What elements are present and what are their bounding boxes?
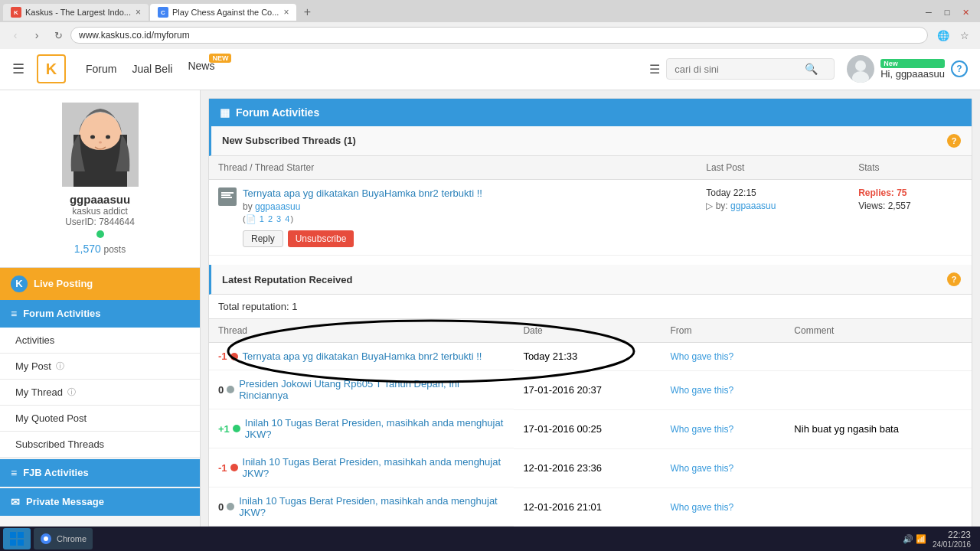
my-thread-label: My Thread <box>15 386 63 398</box>
rep-thread-link-1[interactable]: Presiden Jokowi Utang Rp605 T Tahun Depa… <box>239 378 505 401</box>
subscribed-threads-label: Subscribed Threads <box>15 439 104 450</box>
subscribed-help-button[interactable]: ? <box>947 134 961 148</box>
rep-thread-link-2[interactable]: Inilah 10 Tugas Berat Presiden, masihkah… <box>245 417 505 440</box>
posts-count: 1,570 <box>74 243 101 255</box>
address-bar[interactable]: www.kaskus.co.id/myforum <box>70 27 928 44</box>
new-badge: New <box>880 59 945 68</box>
user-greeting: Hi, ggpaaasuu <box>880 68 945 80</box>
rep-value-1: 0 <box>218 384 234 396</box>
reputation-help-button[interactable]: ? <box>947 272 961 286</box>
rep-date-1: 17-01-2016 20:37 <box>514 370 661 409</box>
rep-row-0: -1 Ternyata apa yg dikatakan BuyaHamka b… <box>209 343 972 371</box>
rep-value-4: 0 <box>218 501 234 513</box>
nav-jualbeli[interactable]: Jual Beli <box>132 60 172 78</box>
who-gave-link-1[interactable]: Who gave this? <box>671 385 734 396</box>
thread-title-link[interactable]: Ternyata apa yg dikatakan BuyaHamka bnr2… <box>243 187 482 199</box>
rep-thread-link-0[interactable]: Ternyata apa yg dikatakan BuyaHamka bnr2… <box>243 350 482 362</box>
sidebar-section-live-posting[interactable]: K Live Posting <box>0 268 200 300</box>
chess-favicon: C <box>158 7 168 18</box>
refresh-button[interactable]: ↻ <box>49 26 67 44</box>
main-content: ggpaaasuu kaskus addict UserID: 7844644 … <box>0 90 980 527</box>
forum-activities-panel: ▦ Forum Activities New Subscribed Thread… <box>208 98 972 527</box>
subscribed-threads-table: Thread / Thread Starter Last Post Stats <box>209 156 972 256</box>
tab-chess[interactable]: C Play Chess Against the Co... × <box>150 4 296 21</box>
my-quoted-post-label: My Quoted Post <box>15 412 87 424</box>
center-hamburger[interactable]: ☰ <box>649 62 660 77</box>
page-link-2[interactable]: 2 <box>268 214 273 223</box>
profile-username: ggpaaasuu <box>12 193 188 206</box>
rep-comment-1 <box>785 370 972 409</box>
rep-thread-link-3[interactable]: Inilah 10 Tugas Berat Presiden, masihkah… <box>243 456 505 479</box>
live-posting-kicon: K <box>11 276 28 292</box>
online-indicator <box>96 230 104 238</box>
who-gave-link-3[interactable]: Who gave this? <box>671 463 734 474</box>
reply-button[interactable]: Reply <box>243 230 283 247</box>
translate-button[interactable]: 🌐 <box>934 26 952 44</box>
my-post-label: My Post <box>15 360 51 372</box>
help-button[interactable]: ? <box>951 60 968 77</box>
page-link-1[interactable]: 1 <box>260 214 264 223</box>
forward-button[interactable]: › <box>28 26 46 44</box>
forum-activities-header: ▦ Forum Activities <box>209 99 972 126</box>
tab-chess-close[interactable]: × <box>283 7 289 18</box>
userid-value: 7844644 <box>99 217 135 227</box>
reputation-table-wrapper: Thread Date From Comment <box>209 319 972 527</box>
panel-title: Forum Activities <box>236 106 319 119</box>
profile-userid: UserID: 7844644 <box>12 217 188 227</box>
sidebar-item-my-quoted-post[interactable]: My Quoted Post <box>0 406 200 432</box>
user-avatar[interactable] <box>847 55 874 83</box>
fjb-label: FJB Activities <box>23 467 89 478</box>
sidebar-item-subscribed-threads[interactable]: Subscribed Threads <box>0 432 200 458</box>
subscribed-threads-subheader: New Subscribed Threads (1) ? <box>209 126 972 156</box>
stats-replies: Replies: 75 <box>858 187 962 198</box>
rep-thread-link-4[interactable]: Inilah 10 Tugas Berat Presiden, masihkah… <box>239 495 505 518</box>
sidebar-item-activities[interactable]: Activities <box>0 328 200 354</box>
sidebar-item-my-thread[interactable]: My Thread ⓘ <box>0 380 200 406</box>
url-text: www.kaskus.co.id/myforum <box>79 30 190 41</box>
rep-value-0: -1 <box>218 350 238 362</box>
who-gave-link-2[interactable]: Who gave this? <box>671 424 734 435</box>
close-button[interactable]: ✕ <box>957 4 974 21</box>
profile-posts: 1,570 posts <box>12 243 188 255</box>
stats-views: Views: 2,557 <box>858 201 962 211</box>
reputation-subheader: Latest Reputation Received ? <box>209 265 972 295</box>
page-link-4[interactable]: 4 <box>285 214 289 223</box>
hamburger-menu[interactable]: ☰ <box>12 60 24 77</box>
bookmark-button[interactable]: ☆ <box>956 26 974 44</box>
top-navbar: ☰ K Forum Jual Beli News NEW ☰ 🔍 <box>0 49 980 90</box>
nav-forum[interactable]: Forum <box>86 60 116 78</box>
sidebar-section-forum-activities[interactable]: ≡ Forum Activities <box>0 300 200 328</box>
sidebar-section-fjb[interactable]: ≡ FJB Activities <box>0 459 200 487</box>
thread-starter-link[interactable]: ggpaaasuu <box>255 201 300 212</box>
maximize-button[interactable]: □ <box>939 4 956 21</box>
minimize-button[interactable]: ─ <box>920 4 937 21</box>
rep-row-1: 0 Presiden Jokowi Utang Rp605 T Tahun De… <box>209 370 972 409</box>
right-content: ▦ Forum Activities New Subscribed Thread… <box>201 90 980 527</box>
private-message-icon: ✉ <box>11 496 20 508</box>
search-icon[interactable]: 🔍 <box>805 63 818 75</box>
thread-icon <box>218 187 237 206</box>
browser-tabs: K Kaskus - The Largest Indo... × C Play … <box>0 0 980 22</box>
rep-row-3: -1 Inilah 10 Tugas Berat Presiden, masih… <box>209 448 972 487</box>
search-bar[interactable]: 🔍 <box>666 58 835 80</box>
chess-tab-title: Play Chess Against the Co... <box>172 8 279 17</box>
thread-info: Ternyata apa yg dikatakan BuyaHamka bnr2… <box>243 187 482 247</box>
tab-kaskus[interactable]: K Kaskus - The Largest Indo... × <box>3 4 149 21</box>
who-gave-link-0[interactable]: Who gave this? <box>671 351 734 362</box>
search-input[interactable] <box>675 64 805 75</box>
navbar-left: ☰ K Forum Jual Beli News NEW <box>12 54 649 83</box>
sidebar-item-my-post[interactable]: My Post ⓘ <box>0 354 200 380</box>
tab-kaskus-close[interactable]: × <box>136 7 141 18</box>
sidebar-section-private-message[interactable]: ✉ Private Message <box>0 488 200 516</box>
unsubscribe-button[interactable]: Unsubscribe <box>288 230 354 247</box>
reputation-table: Thread Date From Comment <box>209 319 972 527</box>
rep-comment-0 <box>785 343 972 371</box>
last-post-user-link[interactable]: ggpaaasuu <box>730 201 776 211</box>
svg-point-9 <box>99 141 102 143</box>
who-gave-link-4[interactable]: Who gave this? <box>671 502 734 513</box>
back-button[interactable]: ‹ <box>6 26 24 44</box>
new-tab-button[interactable]: + <box>298 3 316 21</box>
rep-col-comment: Comment <box>785 319 972 343</box>
kaskus-logo[interactable]: K <box>37 54 66 83</box>
page-link-3[interactable]: 3 <box>276 214 281 223</box>
